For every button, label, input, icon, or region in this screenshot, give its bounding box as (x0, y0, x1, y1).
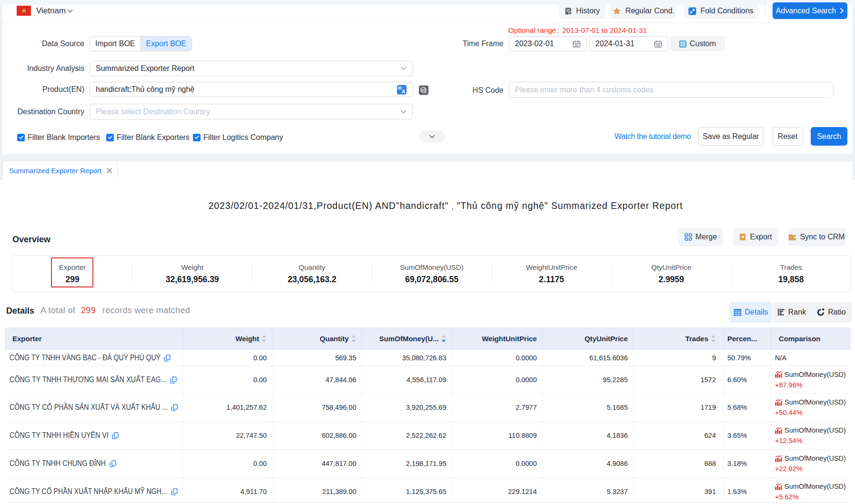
svg-text:A: A (402, 89, 405, 94)
